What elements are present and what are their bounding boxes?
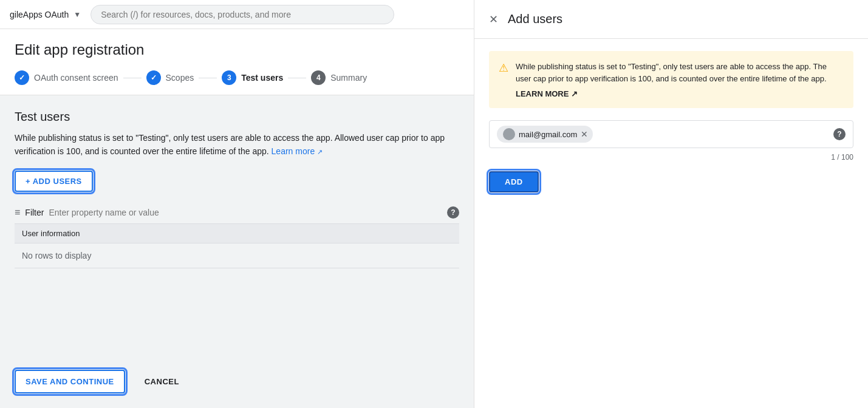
close-icon: ✕ (489, 13, 498, 26)
bottom-actions: SAVE AND CONTINUE CANCEL (0, 370, 474, 408)
step-separator-2 (199, 78, 217, 78)
filter-help-icon[interactable]: ? (447, 206, 459, 219)
save-continue-button[interactable]: SAVE AND CONTINUE (15, 370, 125, 393)
learn-more-link[interactable]: Learn more ↗ (272, 146, 323, 156)
external-link-icon: ↗ (317, 148, 323, 155)
app-name-label: gileApps OAuth (10, 10, 69, 19)
step-1-oauth: ✓ OAuth consent screen (15, 70, 118, 85)
chip-remove-icon: ✕ (581, 129, 588, 139)
email-help-icon[interactable]: ? (833, 128, 846, 140)
top-bar: gileApps OAuth ▼ (0, 0, 474, 29)
stepper: ✓ OAuth consent screen ✓ Scopes 3 Test u… (15, 70, 459, 95)
chip-avatar (503, 128, 515, 140)
step-1-label: OAuth consent screen (34, 73, 118, 83)
chip-email-text: mail@gmail.com (519, 130, 577, 139)
app-name-button[interactable]: gileApps OAuth ▼ (10, 10, 81, 19)
step-3-circle: 3 (222, 70, 236, 85)
page-title: Edit app registration (15, 41, 459, 58)
warning-icon: ⚠ (499, 61, 508, 98)
email-input-container[interactable]: mail@gmail.com ✕ ? (489, 120, 853, 148)
step-1-circle: ✓ (15, 70, 29, 85)
alert-text: While publishing status is set to "Testi… (516, 61, 844, 84)
filter-icon: ≡ (15, 207, 20, 218)
panel-body: ⚠ While publishing status is set to "Tes… (474, 39, 868, 408)
add-users-panel: ✕ Add users ⚠ While publishing status is… (474, 0, 868, 408)
step-separator-1 (123, 78, 142, 78)
table-header: User information (15, 224, 459, 243)
step-separator-3 (288, 78, 306, 78)
add-users-button[interactable]: + ADD USERS (15, 171, 93, 192)
step-4-label: Summary (330, 73, 367, 83)
step-3-test-users: 3 Test users (222, 70, 283, 85)
step-4-summary: 4 Summary (311, 70, 367, 85)
step-2-label: Scopes (166, 73, 194, 83)
step-4-circle: 4 (311, 70, 326, 85)
cancel-button[interactable]: CANCEL (135, 371, 189, 392)
chevron-down-icon: ▼ (73, 10, 81, 19)
step-2-circle: ✓ (146, 70, 161, 85)
table-empty-message: No rows to display (15, 243, 459, 268)
test-users-title: Test users (15, 110, 459, 124)
filter-label: Filter (25, 208, 44, 217)
filter-input[interactable] (49, 208, 442, 217)
add-button[interactable]: ADD (489, 171, 539, 192)
step-2-scopes: ✓ Scopes (146, 70, 194, 85)
panel-title: Add users (508, 12, 562, 26)
close-panel-button[interactable]: ✕ (489, 13, 498, 26)
alert-content: While publishing status is set to "Testi… (516, 61, 844, 98)
email-chip: mail@gmail.com ✕ (497, 126, 593, 143)
filter-bar: ≡ Filter ? (15, 206, 459, 224)
step-3-label: Test users (241, 73, 283, 83)
left-panel: gileApps OAuth ▼ Edit app registration ✓… (0, 0, 474, 408)
alert-learn-more-link[interactable]: LEARN MORE ↗ (516, 89, 578, 98)
alert-box: ⚠ While publishing status is set to "Tes… (489, 51, 853, 108)
page-header: Edit app registration ✓ OAuth consent sc… (0, 29, 474, 95)
search-input[interactable] (91, 5, 394, 24)
description-line1: While publishing status is set to "Testi… (15, 131, 459, 158)
panel-header: ✕ Add users (474, 0, 868, 39)
chip-remove-button[interactable]: ✕ (581, 129, 588, 139)
main-content: Test users While publishing status is se… (0, 95, 474, 370)
email-count: 1 / 100 (489, 153, 853, 162)
